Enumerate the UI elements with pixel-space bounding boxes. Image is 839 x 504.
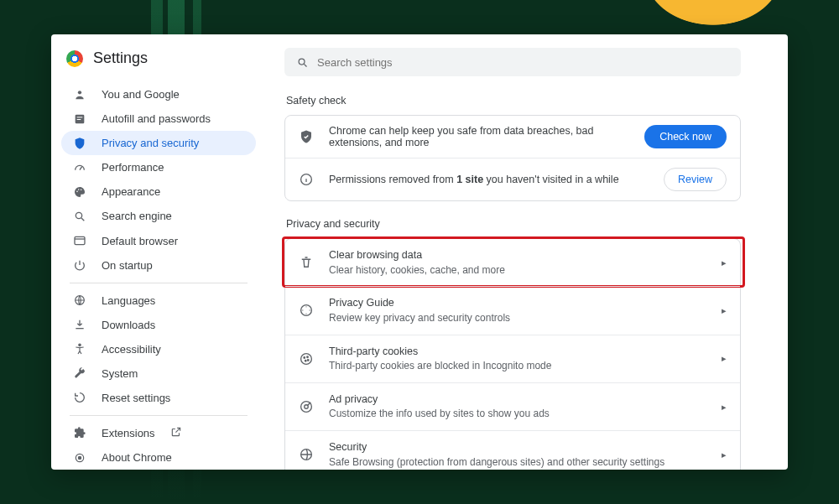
section-title-safety: Safety check [286,95,741,107]
row-sub: Customize the info used by sites to show… [329,407,706,421]
row-title: Clear browsing data [329,248,706,263]
chevron-right-icon: ▸ [722,257,727,268]
sidebar-item-appearance[interactable]: Appearance [61,179,256,204]
svg-point-16 [301,353,312,364]
compass-icon [299,303,314,318]
download-icon [73,318,86,331]
sidebar-item-label: Search engine [102,210,172,222]
svg-point-19 [305,360,307,361]
sidebar: Settings You and Google Autofill and pas… [51,34,261,470]
puzzle-icon [73,426,86,439]
wrench-icon [73,366,86,380]
search-icon [296,56,309,69]
sidebar-item-label: Downloads [102,319,155,331]
sidebar-item-label: Appearance [102,185,160,198]
svg-point-0 [78,91,81,94]
globe-icon [73,294,86,307]
sidebar-item-performance[interactable]: Performance [61,155,256,179]
safety-check-text: Chrome can help keep you safe from data … [329,125,629,148]
sidebar-item-autofill[interactable]: Autofill and passwords [61,107,256,131]
sidebar-item-system[interactable]: System [61,361,256,386]
permissions-removed-text: Permissions removed from 1 site you have… [329,174,649,185]
sidebar-item-search-engine[interactable]: Search engine [61,204,256,228]
person-icon [73,88,86,101]
search-icon [73,210,86,223]
svg-point-17 [304,356,305,358]
reset-icon [73,391,86,404]
sidebar-item-label: About Chrome [102,451,172,464]
sidebar-item-accessibility[interactable]: Accessibility [61,337,256,361]
row-ad-privacy[interactable]: Ad privacy Customize the info used by si… [285,382,740,430]
svg-point-12 [78,456,81,459]
svg-point-13 [299,59,305,65]
external-link-icon [170,426,182,440]
browser-icon [73,234,86,247]
info-icon [299,172,314,187]
sidebar-item-label: Performance [102,161,164,174]
autofill-icon [73,112,86,126]
sidebar-item-on-startup[interactable]: On startup [61,253,256,278]
svg-point-4 [76,190,78,192]
sidebar-divider [70,415,248,416]
svg-rect-8 [75,236,85,244]
trash-icon [299,255,314,270]
sidebar-item-about-chrome[interactable]: About Chrome [61,445,256,470]
sidebar-divider [70,283,248,283]
svg-point-10 [79,344,81,346]
row-third-party-cookies[interactable]: Third-party cookies Third-party cookies … [285,335,740,382]
safety-check-row: Chrome can help keep you safe from data … [285,116,740,158]
sidebar-item-reset[interactable]: Reset settings [61,386,256,410]
section-title-privacy: Privacy and security [286,218,741,230]
sidebar-item-label: Languages [102,294,155,307]
sidebar-item-label: Privacy and security [102,137,199,149]
accessibility-icon [73,342,86,356]
review-button[interactable]: Review [664,168,727,191]
sidebar-item-default-browser[interactable]: Default browser [61,228,256,252]
ad-icon [299,399,314,414]
brand: Settings [61,49,256,82]
shield-check-icon [299,129,314,144]
svg-rect-3 [77,119,81,120]
cog-icon [73,451,86,465]
row-security[interactable]: Security Safe Browsing (protection from … [285,430,740,470]
search-input[interactable] [317,56,729,69]
power-icon [73,258,86,272]
sidebar-item-privacy-security[interactable]: Privacy and security [61,131,256,155]
svg-rect-2 [77,117,83,117]
row-title: Third-party cookies [329,345,706,360]
world-shield-icon [299,447,314,462]
speedometer-icon [73,161,86,174]
page-title: Settings [93,49,148,67]
sidebar-item-label: On startup [102,259,153,272]
check-now-button[interactable]: Check now [644,125,727,148]
svg-point-7 [76,212,81,218]
row-title: Security [329,440,706,455]
row-clear-browsing-data[interactable]: Clear browsing data Clear history, cooki… [285,239,740,286]
sidebar-item-you-and-google[interactable]: You and Google [61,82,256,107]
row-title: Ad privacy [329,392,706,408]
palette-icon [73,185,86,199]
row-sub: Review key privacy and security controls [329,311,706,325]
sidebar-item-label: Accessibility [102,343,161,356]
row-sub: Clear history, cookies, cache, and more [329,263,706,278]
chevron-right-icon: ▸ [722,305,727,316]
row-privacy-guide[interactable]: Privacy Guide Review key privacy and sec… [285,286,740,334]
svg-point-20 [308,359,310,361]
sidebar-item-extensions[interactable]: Extensions [61,421,256,445]
sidebar-item-languages[interactable]: Languages [61,288,256,313]
chrome-logo-icon [66,50,83,67]
sidebar-item-downloads[interactable]: Downloads [61,313,256,337]
cookie-icon [299,351,314,366]
sidebar-item-label: Autofill and passwords [102,112,211,125]
shield-icon [73,137,86,150]
safety-check-card: Chrome can help keep you safe from data … [284,115,741,201]
sidebar-item-label: Reset settings [102,392,170,404]
sidebar-item-label: Default browser [102,235,178,247]
content: Safety check Chrome can help keep you sa… [261,34,788,470]
permissions-removed-row: Permissions removed from 1 site you have… [285,158,740,200]
row-sub: Third-party cookies are blocked in Incog… [329,359,706,373]
chevron-right-icon: ▸ [722,353,727,364]
search-bar[interactable] [284,48,741,76]
privacy-security-card: Clear browsing data Clear history, cooki… [284,238,741,470]
row-sub: Safe Browsing (protection from dangerous… [329,455,706,470]
